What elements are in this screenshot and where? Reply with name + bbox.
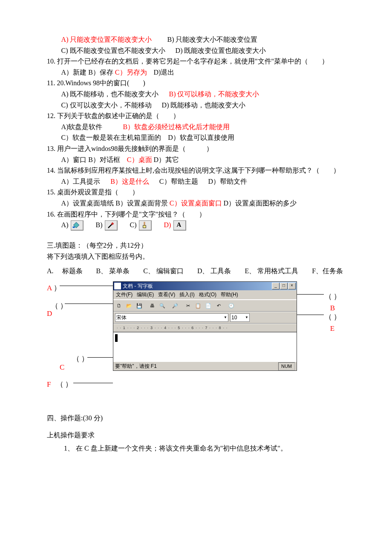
q12-opt-c: C）软盘一般是装在主机箱里面的 [61,134,161,141]
print-button[interactable]: 🖶 [147,301,157,310]
ruler-marks: · · 1 · · · 2 · · · 3 · · · 4 · · · 5 · … [117,325,228,331]
q15-opt-a: A）设置桌面墙纸 [61,199,114,207]
q12-opt-a: A)软盘是软件 [61,123,103,130]
titlebar[interactable]: 文档 - 写字板 _ □ × [113,282,297,290]
label-C: C [60,363,64,371]
q16-label-c: C) [130,221,136,228]
size-value: 10 [231,314,237,322]
menu-format[interactable]: 格式(O) [197,291,218,299]
leader-line [60,286,113,286]
q13-stem: 13. 用户一进入windos98最先接触到的界面是（ ） [47,143,345,154]
maximize-button[interactable]: □ [280,283,288,289]
close-button[interactable]: × [288,283,296,289]
svg-text:A: A [177,222,182,228]
status-text: 要"帮助"，请按 F1 [115,362,157,370]
numlock-indicator: NUM [278,362,295,371]
q10-opt-d: D)退出 [154,69,175,76]
q15-opt-b: B）设置桌面背景 [115,199,168,207]
menu-edit[interactable]: 编辑(E) [135,291,156,299]
minimize-button[interactable]: _ [272,283,280,289]
q14-opt-a: A）工具提示 [61,178,101,185]
cut-button[interactable]: ✂ [183,301,193,310]
save-button[interactable]: 💾 [135,301,144,310]
q13-opt-b: B）对话框 [88,156,120,163]
q9-opt-a: A) 只能改变位置不能改变大小 [61,36,152,43]
copy-button[interactable]: 📋 [193,301,203,310]
q10-stem: 10. 打开一个已经存在的文档后，要将它另起一个名字存起来，就使用"文件"菜单中… [47,56,345,67]
window-title: 文档 - 写字板 [123,282,153,290]
q11-opt-a: A) 既不能移动，也不能改变大小 [61,90,159,98]
new-button[interactable]: 🗋 [114,301,124,310]
section3-opts: A. 标题条 B、 菜单条 C、 编辑窗口 D、 工具条 E、 常用格式工具 F… [47,266,345,277]
q9-opt-c: C) 既不能改变位置也不能改变大小 [61,47,165,54]
q15-opt-d: D）设置桌面图标的多少 [224,199,297,207]
q13-opt-d: D）其它 [154,156,179,163]
leader-line [296,294,324,295]
format-toolbar: 宋体 ▼ 10 ▼ [113,312,297,324]
svg-rect-1 [73,227,75,228]
open-button[interactable]: 📂 [124,301,134,310]
edit-area[interactable] [113,332,297,361]
label-A: A [47,284,52,292]
q9-opt-d: D) 既能改变位置也能改变大小 [176,47,266,54]
q13-opt-a: A）窗口 [61,156,87,163]
section4-req: 上机操作题要求 [47,430,345,441]
q15-opt-c: C）设置桌面窗口 [170,199,222,207]
q11-opt-c: C) 仅可以改变大小，不能移动 [61,101,152,109]
q14-opt-c: C）帮助主题 [159,178,198,185]
toolbar: 🗋 📂 💾 🖶 🔍 🔎 ✂ 📋 📄 ↶ 🕘 [113,300,297,312]
leader-line [73,383,113,383]
paste-button[interactable]: 📄 [204,301,213,310]
size-combo[interactable]: 10 ▼ [230,313,250,322]
q14-opt-d: D）帮助文件 [208,178,248,185]
q10-opt-c: C）另存为 [115,69,147,76]
text-tool-icon: A [173,220,186,231]
font-combo[interactable]: 宋体 ▼ [115,313,228,322]
menu-file[interactable]: 文件(F) [114,291,134,299]
q16-label-a: A) [61,221,69,228]
q16-stem: 16. 在画图程序中，下列哪个是"文字"按钮？（ ） [47,209,345,220]
statusbar: 要"帮助"，请按 F1 NUM [113,361,297,370]
text-cursor [115,334,118,342]
q11-opt-b: B) 仅可以移动，不能改变大小 [169,90,259,98]
undo-button[interactable]: ↶ [214,301,223,310]
q16-label-b: B) [95,221,102,228]
q11-stem: 11. 20.Windows 98中的窗口( ) [47,78,345,89]
q9-options: A) 只能改变位置不能改变大小 B) 只能改变大小不能改变位置 [47,34,345,45]
q10-opt-a: A）新建 [61,69,87,76]
preview-button[interactable]: 🔍 [158,301,167,310]
q10-opt-b: B）保存 [88,69,113,76]
wordpad-window: 文档 - 写字板 _ □ × 文件(F) 编辑(E) 查看(V) 插入(I) 格… [113,281,297,371]
app-icon [114,283,121,289]
leader-line [65,304,113,304]
section4-item1: 1、 在 C 盘上新建一个文件夹；将该文件夹重命名为"初中信息技术考试"。 [47,443,345,454]
leader-line [296,315,324,315]
section3-title: 三.填图题：（每空2分，共12分） [47,240,345,251]
svg-rect-4 [143,225,146,228]
section4-title: 四、操作题:(30 分) [47,413,345,424]
font-value: 宋体 [116,314,127,322]
dropdown-icon: ▼ [222,315,227,321]
menu-view[interactable]: 查看(V) [156,291,177,299]
color-picker-icon [105,220,118,231]
q15-stem: 15. 桌面外观设置是指（ ） [47,187,345,198]
menu-insert[interactable]: 插入(I) [178,291,196,299]
ruler[interactable]: · · 1 · · · 2 · · · 3 · · · 4 · · · 5 · … [113,324,297,332]
wordpad-diagram: A ） （ ） D （ ） C F （ ） （ ） B （ ） E [47,281,345,401]
q12-opt-b: B）软盘必须经过格式化后才能使用 [123,123,230,130]
q9-opt-b: B) 只能改变大小不能改变位置 [167,36,257,43]
q12-stem: 12. 下列关于软盘的叙述中正确的是（ ） [47,110,345,121]
section3-instr: 将下列选项填入下图相应括号内。 [47,251,345,262]
q14-opt-b: B）这是什么 [110,178,149,185]
brush-icon [139,220,152,231]
dropdown-icon: ▼ [243,315,248,321]
label-E: E [330,324,334,332]
q16-label-d: D) [164,221,171,228]
q14-stem: 14. 当鼠标移到应用程序某按钮上时,会出现按钮的说明文字,这属于下列哪一种帮助… [47,165,345,176]
find-button[interactable]: 🔎 [170,301,180,310]
label-D: D [47,309,52,318]
menu-help[interactable]: 帮助(H) [219,291,240,299]
q11-opt-d: D) 既能移动，也能改变大小 [162,101,246,109]
svg-rect-3 [144,222,145,225]
datetime-button[interactable]: 🕘 [227,301,236,310]
